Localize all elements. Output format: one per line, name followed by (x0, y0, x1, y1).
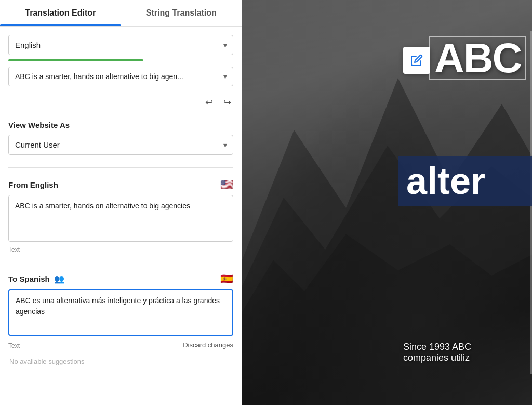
string-selector-wrapper: ABC is a smarter, hands on alternative t… (8, 67, 233, 86)
language-selector-wrapper: English Spanish French German ▾ (8, 35, 233, 55)
users-icon: 👥 (54, 274, 64, 284)
section-divider (8, 167, 233, 168)
language-progress-bar (8, 59, 143, 61)
right-panel: ABC alter Since 1993 ABC companies utili… (242, 0, 532, 405)
tab-translation-editor[interactable]: Translation Editor (0, 0, 121, 26)
from-title: From English (8, 180, 58, 189)
view-as-select[interactable]: Current User Guest Admin (8, 135, 233, 155)
tab-string-translation[interactable]: String Translation (121, 0, 242, 26)
to-header: To Spanish 👥 🇪🇸 (8, 272, 233, 285)
redo-button[interactable]: ↪ (221, 95, 233, 110)
view-website-section: View Website As Current User Guest Admin… (8, 116, 233, 159)
from-text-area[interactable]: ABC is a smarter, hands on alternative t… (8, 195, 233, 242)
from-to-divider (8, 262, 233, 262)
to-field-type: Text (8, 342, 20, 349)
undo-button[interactable]: ↩ (203, 95, 215, 110)
from-section: From English 🇺🇸 ABC is a smarter, hands … (8, 178, 233, 253)
view-as-selector-wrapper: Current User Guest Admin ▾ (8, 135, 233, 155)
from-flag-icon: 🇺🇸 (220, 178, 233, 191)
to-title: To Spanish (8, 275, 50, 283)
panel-content: English Spanish French German ▾ ABC is a… (0, 27, 242, 374)
to-flag-icon: 🇪🇸 (220, 272, 233, 285)
pencil-icon (410, 54, 423, 67)
left-panel: Translation Editor String Translation En… (0, 0, 242, 405)
altern-box: alter (398, 156, 532, 206)
from-field-type: Text (8, 246, 233, 253)
to-bottom-actions: Text Discard changes (8, 340, 233, 349)
abc-preview-text: ABC (429, 36, 526, 80)
edit-icon-box[interactable] (403, 47, 430, 74)
suggestions-label: No available suggestions (8, 358, 233, 365)
view-website-label: View Website As (8, 121, 233, 129)
preview-background: ABC alter Since 1993 ABC companies utili… (242, 0, 532, 405)
since-text: Since 1993 ABC companies utiliz (403, 342, 471, 363)
from-header: From English 🇺🇸 (8, 178, 233, 191)
discard-changes-button[interactable]: Discard changes (183, 341, 233, 349)
to-text-area[interactable]: ABC es una alternativa más inteligente y… (8, 289, 233, 336)
undo-redo-toolbar: ↩ ↪ (8, 93, 233, 116)
language-select[interactable]: English Spanish French German (8, 35, 233, 55)
altern-preview-text: alter (406, 160, 485, 202)
tabs: Translation Editor String Translation (0, 0, 242, 27)
string-select[interactable]: ABC is a smarter, hands on alternative t… (8, 67, 233, 86)
to-section: To Spanish 👥 🇪🇸 ABC es una alternativa m… (8, 272, 233, 349)
